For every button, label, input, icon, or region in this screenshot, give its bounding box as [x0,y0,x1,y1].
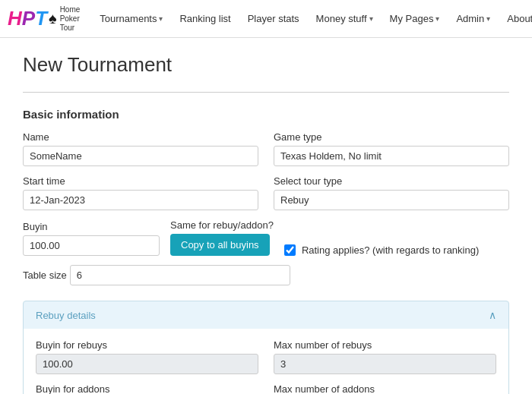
max-addons-label: Max number of addons [274,383,496,394]
game-type-label: Game type [274,131,509,143]
max-rebuys-group: Max number of rebuys [274,339,496,374]
buyin-rebuys-group: Buyin for rebuys [36,339,258,374]
buyin-group: Buyin [23,221,160,256]
tour-type-input[interactable] [274,190,509,210]
rating-label: Rating applies? (with regards to ranking… [302,244,479,256]
max-addons-group: Max number of addons [274,383,496,394]
chevron-down-icon: ▾ [369,14,373,23]
rebuy-details-panel: Rebuy details ∧ Buyin for rebuys Max num… [23,301,509,394]
chevron-up-icon: ∧ [489,309,496,321]
nav-money-stuff[interactable]: Money stuff ▾ [309,8,381,29]
nav-menu: Tournaments ▾ Ranking list Player stats … [92,8,532,29]
table-size-label: Table size [23,269,67,281]
name-group: Name [23,131,258,166]
page-title: New Tournament [23,53,509,77]
rebuy-panel-title: Rebuy details [36,310,96,321]
buyin-rebuys-input[interactable] [36,354,258,374]
tour-type-group: Select tour type [274,175,509,210]
tour-type-label: Select tour type [274,175,509,187]
chevron-down-icon: ▾ [159,14,163,23]
rating-checkbox-group: Rating applies? (with regards to ranking… [284,244,479,256]
rating-checkbox[interactable] [284,244,296,256]
buyin-rebuys-label: Buyin for rebuys [36,339,258,351]
name-label: Name [23,131,258,143]
name-gametype-row: Name Game type [23,131,509,166]
chevron-down-icon: ▾ [435,14,439,23]
basic-info-title: Basic information [23,108,509,121]
buyin-input[interactable] [23,235,160,256]
game-type-group: Game type [274,131,509,166]
brand-hpt-letters: HPT [8,7,47,30]
brand-logo[interactable]: HPT ♠ Home Poker Tour [8,5,80,33]
max-rebuys-label: Max number of rebuys [274,339,496,351]
nav-tournaments[interactable]: Tournaments ▾ [92,8,170,29]
same-rebuy-label: Same for rebuy/addon? [170,219,274,231]
start-time-input[interactable] [23,190,258,210]
buyin-row: Buyin Same for rebuy/addon? Copy to all … [23,219,509,256]
nav-about[interactable]: About ▾ [499,8,532,29]
navbar: HPT ♠ Home Poker Tour Tournaments ▾ Rank… [0,0,532,38]
nav-admin[interactable]: Admin ▾ [448,8,498,29]
brand-spade-icon: ♠ [49,10,57,27]
start-time-label: Start time [23,175,258,187]
chevron-down-icon: ▾ [486,14,490,23]
name-input[interactable] [23,146,258,166]
max-rebuys-input[interactable] [274,354,496,374]
divider [23,92,509,93]
copy-to-all-buyins-button[interactable]: Copy to all buyins [170,234,270,256]
buyin-addons-label: Buyin for addons [36,383,258,394]
main-content: New Tournament Basic information Name Ga… [0,38,532,394]
game-type-input[interactable] [274,146,509,166]
rebuy-panel-header[interactable]: Rebuy details ∧ [24,301,508,329]
brand-subtitle: Home Poker Tour [60,5,81,33]
buyin-rebuys-maxrebuys-row: Buyin for rebuys Max number of rebuys [36,339,496,374]
rebuy-panel-body: Buyin for rebuys Max number of rebuys Bu… [24,329,508,394]
buyin-addons-maxaddons-row: Buyin for addons Max number of addons [36,383,496,394]
buyin-addons-group: Buyin for addons [36,383,258,394]
nav-ranking-list[interactable]: Ranking list [172,8,238,29]
buyin-label: Buyin [23,221,160,232]
table-size-group: Table size [23,265,509,285]
start-time-group: Start time [23,175,258,210]
same-rebuy-group: Same for rebuy/addon? Copy to all buyins [170,219,274,256]
nav-my-pages[interactable]: My Pages ▾ [382,8,448,29]
table-size-input[interactable] [70,265,290,285]
starttime-tourtype-row: Start time Select tour type [23,175,509,210]
nav-player-stats[interactable]: Player stats [240,8,307,29]
